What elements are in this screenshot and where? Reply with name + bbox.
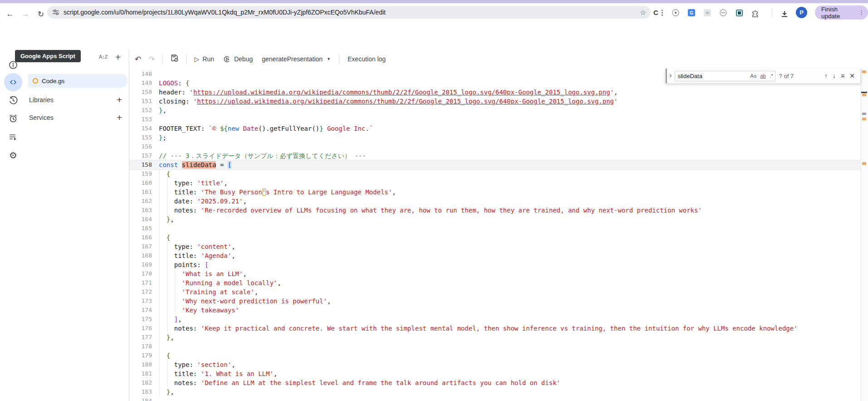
code-editor[interactable]: 148149LOGOS: {150header: 'https://upload…: [129, 69, 861, 401]
match-case-toggle[interactable]: Aa: [750, 73, 756, 79]
line-number[interactable]: 166: [129, 233, 159, 242]
line-number[interactable]: 156: [129, 142, 159, 151]
code-line-181[interactable]: 181 title: '1. What is an LLM',: [129, 369, 861, 378]
code-line-161[interactable]: 161 title: 'The Busy Person's Intro to L…: [129, 188, 861, 197]
close-find-icon[interactable]: ✕: [849, 72, 855, 79]
next-match-icon[interactable]: ↓: [833, 72, 836, 79]
line-number[interactable]: 176: [129, 324, 159, 333]
line-number[interactable]: 172: [129, 287, 159, 297]
line-number[interactable]: 159: [129, 169, 159, 178]
code-line-160[interactable]: 160 type: 'title',: [129, 178, 861, 188]
line-number[interactable]: 160: [129, 178, 159, 188]
line-number[interactable]: 155: [129, 133, 159, 142]
line-number[interactable]: 183: [129, 387, 159, 396]
add-service-button[interactable]: +: [117, 113, 122, 123]
site-info-icon[interactable]: [52, 8, 60, 16]
sort-files-icon[interactable]: A↕Z: [99, 54, 108, 59]
line-number[interactable]: 165: [129, 224, 159, 233]
code-line-176[interactable]: 176 notes: 'Keep it practical and concre…: [129, 324, 861, 333]
code-line-159[interactable]: 159 {: [129, 169, 861, 178]
extension-teal-icon[interactable]: [735, 8, 744, 17]
line-number[interactable]: 168: [129, 251, 159, 260]
save-icon[interactable]: [170, 54, 179, 64]
code-line-154[interactable]: 154FOOTER_TEXT: `© ${new Date().getFullY…: [129, 124, 861, 133]
line-number[interactable]: 167: [129, 242, 159, 251]
find-query-text[interactable]: slideData: [675, 73, 748, 79]
extension-circle-icon[interactable]: [719, 8, 728, 17]
browser-menu-icon[interactable]: ⋮: [858, 9, 864, 16]
line-number[interactable]: 148: [129, 69, 159, 79]
extensions-puzzle-icon[interactable]: [750, 8, 760, 17]
code-line-172[interactable]: 172 'Training at scale',: [129, 287, 861, 297]
code-line-183[interactable]: 183 },: [129, 387, 861, 396]
code-line-152[interactable]: 152},: [129, 106, 861, 115]
line-number[interactable]: 163: [129, 206, 159, 215]
line-number[interactable]: 174: [129, 306, 159, 315]
code-line-150[interactable]: 150header: 'https://upload.wikimedia.org…: [129, 88, 861, 97]
code-line-155[interactable]: 155};: [129, 133, 861, 142]
line-number[interactable]: 179: [129, 351, 159, 360]
line-number[interactable]: 171: [129, 278, 159, 287]
line-number[interactable]: 182: [129, 378, 159, 387]
previous-match-icon[interactable]: ↑: [824, 72, 828, 79]
execution-log-button[interactable]: Execution log: [348, 55, 386, 63]
executions-icon[interactable]: [4, 128, 22, 146]
line-number[interactable]: 164: [129, 215, 159, 224]
code-line-156[interactable]: 156: [129, 142, 861, 151]
code-line-167[interactable]: 167 type: 'content',: [129, 242, 861, 251]
line-number[interactable]: 161: [129, 188, 159, 197]
extension-grid-icon[interactable]: ✺: [703, 8, 712, 17]
code-line-164[interactable]: 164 },: [129, 215, 861, 224]
code-line-173[interactable]: 173 'Why next-word prediction is powerfu…: [129, 297, 861, 306]
undo-icon[interactable]: ↶: [135, 54, 141, 64]
libraries-section[interactable]: Libraries +: [26, 93, 129, 107]
back-icon[interactable]: ←: [5, 9, 15, 20]
whole-word-toggle[interactable]: ab: [760, 73, 766, 79]
address-bar[interactable]: script.google.com/u/0/home/projects/1L80…: [47, 6, 651, 19]
line-number[interactable]: 184: [129, 396, 159, 401]
line-number[interactable]: 151: [129, 97, 159, 106]
triggers-icon[interactable]: [4, 109, 22, 128]
code-line-175[interactable]: 175 ],: [129, 315, 861, 324]
function-selector[interactable]: generatePresentation ▼: [262, 55, 331, 63]
line-number[interactable]: 177: [129, 333, 159, 342]
code-line-177[interactable]: 177 },: [129, 333, 861, 342]
code-line-163[interactable]: 163 notes: 'Re-recorded overview of LLMs…: [129, 206, 861, 215]
line-number[interactable]: 162: [129, 197, 159, 206]
line-number[interactable]: 149: [129, 79, 159, 88]
line-number[interactable]: 153: [129, 115, 159, 124]
extension-target-icon[interactable]: [671, 8, 680, 17]
code-line-157[interactable]: 157// --- 3．スライドデータ（サンプル：必ず置換してください） ---: [129, 151, 861, 160]
find-widget-sash[interactable]: [666, 69, 667, 83]
code-line-182[interactable]: 182 notes: 'Define an LLM at the simples…: [129, 378, 861, 387]
code-line-153[interactable]: 153: [129, 115, 861, 124]
editor-icon[interactable]: [4, 73, 22, 91]
redo-icon[interactable]: ↷: [148, 54, 155, 64]
line-number[interactable]: 170: [129, 269, 159, 278]
line-number[interactable]: 158: [129, 160, 159, 169]
url-text[interactable]: script.google.com/u/0/home/projects/1L80…: [64, 9, 636, 16]
code-line-169[interactable]: 169 points: [: [129, 260, 861, 269]
project-history-icon[interactable]: [4, 91, 22, 109]
regex-toggle[interactable]: .*: [770, 73, 773, 79]
line-number[interactable]: 175: [129, 315, 159, 324]
debug-button[interactable]: Debug: [223, 55, 253, 63]
code-line-180[interactable]: 180 type: 'section',: [129, 360, 861, 369]
code-line-158[interactable]: 158const slideData = [: [129, 160, 861, 169]
add-library-button[interactable]: +: [117, 95, 122, 105]
code-line-166[interactable]: 166 {: [129, 233, 861, 242]
code-line-165[interactable]: 165: [129, 224, 861, 233]
file-item-code-gs[interactable]: Code.gs: [28, 74, 128, 88]
code-line-178[interactable]: 178: [129, 342, 861, 351]
run-button[interactable]: ▷ Run: [195, 55, 214, 63]
line-number[interactable]: 152: [129, 106, 159, 115]
find-in-selection-icon[interactable]: ≡: [841, 72, 844, 79]
forward-icon[interactable]: →: [20, 9, 31, 20]
bookmark-star-icon[interactable]: ☆: [640, 8, 646, 17]
download-icon[interactable]: [779, 9, 790, 20]
services-section[interactable]: Services +: [26, 111, 129, 124]
line-number[interactable]: 173: [129, 297, 159, 306]
code-line-168[interactable]: 168 title: 'Agenda',: [129, 251, 861, 260]
reload-icon[interactable]: ↻: [35, 9, 46, 20]
settings-gear-icon[interactable]: ⚙: [4, 146, 22, 164]
